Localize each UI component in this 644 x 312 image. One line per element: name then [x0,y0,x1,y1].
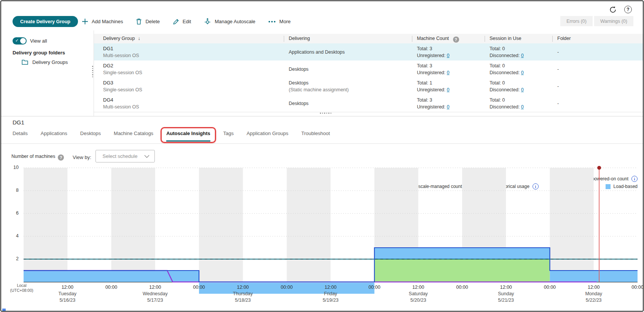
x-tick-date-label: 5/16/23 [43,298,92,303]
x-tick-day-label: Sunday [481,291,531,296]
table-row-dg2[interactable]: DG2Single-session OSDesktopsTotal: 3Unre… [94,60,643,78]
view-all-toggle[interactable]: ✓ [13,37,27,45]
column-header-delivery-group[interactable]: Delivery Group↓ [103,36,140,41]
toolbar-action-label: Edit [183,19,191,24]
disconnected-count-link[interactable]: 0 [521,53,524,58]
toolbar-action-more[interactable]: More [268,19,291,24]
toolbar-action-manage-autoscale[interactable]: Manage Autoscale [204,18,255,25]
os-subtitle: Single-session OS [103,70,142,75]
x-tick-time-label: 00:00 [184,285,214,290]
tab-application-groups[interactable]: Application Groups [246,131,288,142]
toolbar-action-label: Manage Autoscale [215,19,255,24]
refresh-icon[interactable] [609,5,617,14]
toolbar: Create Delivery Group Add MachinesDelete… [1,1,643,31]
table-row-dg4[interactable]: DG4Multi-session OSDesktopsTotal: 3Unreg… [94,95,643,112]
unregistered-count-link[interactable]: 0 [447,53,450,58]
x-tick-time-label: 12:00 [140,285,170,290]
application-window: Create Delivery Group Add MachinesDelete… [0,0,644,312]
x-tick-date-label: 5/22/23 [569,298,619,303]
machine-count-help-icon[interactable]: ? [453,37,459,43]
day-band [199,168,243,282]
column-header-folder[interactable]: Folder [557,36,571,41]
view-by-label: View by: [73,154,91,160]
column-header-machine-count[interactable]: Machine Count ? [417,36,459,43]
create-delivery-group-button[interactable]: Create Delivery Group [13,16,78,27]
tab-desktops[interactable]: Desktops [80,131,101,142]
y-tick-label: 8 [6,188,19,193]
machine-count-cell: Total: 3Unregistered: 0 [417,45,449,59]
trash-icon [136,18,142,25]
folder-cell: - [557,49,559,56]
delivering-cell: Desktops [289,66,308,73]
column-header-session-in-use[interactable]: Session in Use [490,36,521,41]
toolbar-action-add-machines[interactable]: Add Machines [82,18,123,25]
panel-resize-handle[interactable] [320,113,331,114]
sort-desc-icon: ↓ [138,36,140,41]
tab-tags[interactable]: Tags [223,131,234,142]
sidebar-resize-handle[interactable] [92,66,93,77]
schedule-select[interactable]: Select schedule [95,150,155,162]
tab-applications[interactable]: Applications [41,131,67,142]
tab-autoscale-insights[interactable]: Autoscale Insights [166,131,210,142]
session-in-use-cell: Total: 0Disconnected: 0 [490,97,524,110]
toolbar-action-label: Add Machines [92,19,123,24]
x-tick-time-label: 00:00 [447,285,477,290]
pencil-icon [173,18,179,25]
y-tick-label: 6 [6,210,19,216]
session-in-use-cell: Total: 0Disconnected: 0 [490,80,524,93]
unregistered-count-link[interactable]: 0 [447,104,450,110]
tab-troubleshoot[interactable]: Troubleshoot [301,131,330,142]
number-of-machines-help-icon[interactable]: ? [58,154,64,161]
autoscale-insights-chart [1,165,644,300]
toolbar-action-edit[interactable]: Edit [173,18,191,25]
check-icon: ✓ [15,38,19,43]
unregistered-count-link[interactable]: 0 [447,87,450,92]
x-tick-time-label: 12:00 [315,285,346,290]
schedule-select-value: Select schedule [96,153,144,159]
y-axis-title: Number of machines ? [11,154,64,161]
x-tick-day-label: Saturday [394,291,443,296]
table-row-dg3[interactable]: DG3Single-session OSDesktops(Static mach… [94,78,643,95]
day-band [24,168,67,282]
delivery-group-name: DG2 [103,63,113,68]
column-header-delivering[interactable]: Delivering [289,36,310,41]
day-band [550,168,593,282]
x-tick-day-label: Monday [569,291,619,296]
x-tick-time-label: 12:00 [579,285,609,290]
toolbar-action-delete[interactable]: Delete [136,18,160,25]
day-band [111,168,155,282]
detail-title: DG1 [13,119,24,126]
warnings-button[interactable]: Warnings (0) [594,16,633,26]
table-row-dg1[interactable]: DG1Multi-session OSApplications and Desk… [94,43,643,61]
tab-details[interactable]: Details [13,131,28,142]
disconnected-count-link[interactable]: 0 [521,70,524,75]
annotation-highlight [161,127,216,143]
view-all-label: View all [30,38,47,44]
delivery-group-name: DG4 [103,97,113,103]
load-based-area [374,248,550,259]
delivery-group-cell: DG2Single-session OS [103,62,142,76]
delivery-group-name: DG3 [103,80,113,86]
detail-pane: DG1 DetailsApplicationsDesktopsMachine C… [1,116,643,311]
unregistered-count-link[interactable]: 0 [447,70,450,75]
status-buttons: Errors (0) Warnings (0) [560,16,633,26]
x-tick-time-label: 12:00 [491,285,521,290]
tab-machine-catalogs[interactable]: Machine Catalogs [114,131,153,142]
delivering-cell: Applications and Desktops [289,49,345,56]
x-tick-time-label: 12:00 [52,285,83,290]
errors-button[interactable]: Errors (0) [560,16,593,26]
folders-sidebar: ✓ View all Delivery group folders Delive… [1,30,94,116]
disconnected-count-link[interactable]: 0 [521,104,524,110]
plus-icon [82,18,88,25]
disconnected-count-link[interactable]: 0 [521,87,524,92]
sidebar-item-delivery-groups[interactable]: Delivery Groups [22,59,68,65]
load-based-area [24,271,199,282]
x-tick-date-label: 5/17/23 [130,298,180,303]
delivery-group-cell: DG4Multi-session OS [103,97,139,110]
session-in-use-cell: Total: 0Disconnected: 0 [490,62,524,76]
timezone-label: Local(UTC+08:00) [5,283,38,293]
help-icon[interactable]: ? [624,5,632,14]
folder-label: Delivery Groups [32,59,68,65]
machine-count-cell: Total: 1Unregistered: 0 [417,80,449,93]
current-time-dot [597,166,601,170]
